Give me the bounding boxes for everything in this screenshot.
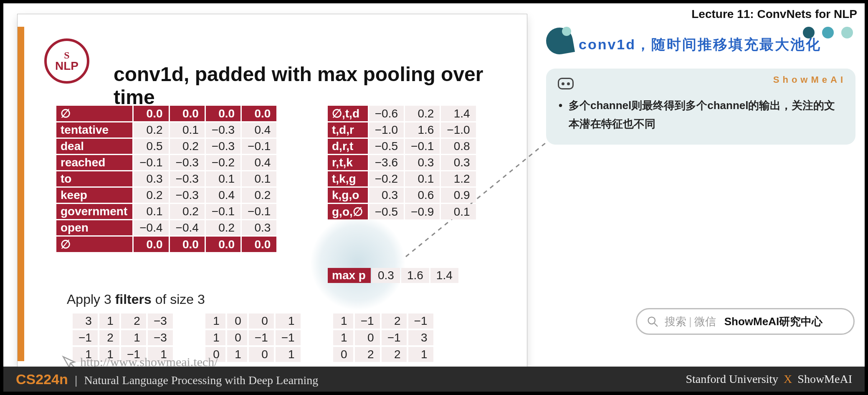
- cell: 0.6: [405, 188, 440, 203]
- notes-title: conv1d，随时间推移填充最大池化: [579, 35, 821, 54]
- cell: 0.4: [206, 188, 240, 203]
- search-placeholder: 搜索|微信: [665, 314, 716, 329]
- blob-icon: [546, 28, 573, 54]
- lecture-label: Lecture 11: ConvNets for NLP: [691, 8, 857, 21]
- cell: −1: [73, 330, 98, 345]
- cell: 0.3: [242, 220, 276, 235]
- cell: −1: [249, 330, 274, 345]
- note-brand: ShowMeAI: [773, 74, 846, 85]
- footer-bar: CS224n | Natural Language Processing wit…: [3, 367, 865, 392]
- cell: 0.2: [134, 122, 168, 138]
- cell: −1.0: [369, 122, 404, 138]
- row-label: max p: [328, 268, 371, 283]
- cell: 0.3: [372, 268, 400, 283]
- cell: −1.0: [441, 122, 476, 138]
- cell: −0.3: [206, 122, 240, 138]
- cell: 0: [333, 347, 353, 362]
- cell: 1: [205, 313, 225, 329]
- slide-card: S NLP conv1d, padded with max pooling ov…: [18, 14, 527, 374]
- cell: −0.2: [206, 155, 240, 170]
- row-label: r,t,k: [328, 155, 368, 170]
- cell: 1: [205, 330, 225, 345]
- row-label: keep: [56, 188, 132, 203]
- cell: 0.5: [134, 139, 168, 154]
- row-label: k,g,o: [328, 188, 368, 203]
- footer-right: Stanford University X ShowMeAI: [686, 372, 852, 386]
- content-area: Lecture 11: ConvNets for NLP S NLP conv1…: [3, 3, 865, 367]
- cell: −0.1: [405, 139, 440, 154]
- cell: −1: [355, 313, 380, 329]
- max-pool-table: max p0.31.61.4: [326, 267, 460, 284]
- cell: 0.0: [242, 237, 276, 252]
- decorative-dots: [803, 27, 853, 38]
- cell: 0.3: [405, 155, 440, 170]
- search-icon: [646, 315, 659, 328]
- app-frame: Lecture 11: ConvNets for NLP S NLP conv1…: [0, 0, 868, 395]
- cell: 0.2: [206, 220, 240, 235]
- cell: 0.0: [242, 106, 276, 121]
- cell: −0.1: [206, 204, 240, 219]
- cell: 0.9: [441, 188, 476, 203]
- svg-line-2: [655, 324, 658, 327]
- row-label: to: [56, 171, 132, 186]
- row-label: open: [56, 220, 132, 235]
- logo-bottom-text: NLP: [55, 60, 78, 72]
- row-label: ∅: [56, 106, 132, 121]
- cell: 0.1: [134, 204, 168, 219]
- cell: 0.0: [134, 237, 168, 252]
- cell: −0.6: [369, 106, 404, 121]
- cell: 0.0: [206, 237, 240, 252]
- cell: 0.0: [170, 106, 205, 121]
- cell: 1: [99, 313, 119, 329]
- cell: 0.2: [242, 188, 276, 203]
- cell: −0.4: [134, 220, 168, 235]
- cell: 0.8: [441, 139, 476, 154]
- dot-icon: [841, 27, 853, 38]
- cell: 1.6: [401, 268, 429, 283]
- logo-top-text: S: [64, 50, 69, 60]
- cell: 1: [227, 347, 247, 362]
- cell: −1: [276, 330, 301, 345]
- filter-table: 1−12−110−130221: [332, 312, 435, 364]
- row-label: ∅: [56, 237, 132, 252]
- cell: 0: [249, 347, 274, 362]
- cell: 0.2: [134, 188, 168, 203]
- cell: −0.4: [170, 220, 205, 235]
- dot-icon: [803, 27, 815, 38]
- cell: 0.2: [170, 139, 205, 154]
- course-subtitle: Natural Language Processing with Deep Le…: [84, 374, 319, 387]
- cell: 2: [99, 330, 119, 345]
- highlight-halo: [310, 215, 406, 311]
- cell: 1: [333, 330, 353, 345]
- cell: 2: [121, 313, 146, 329]
- cell: −0.5: [369, 139, 404, 154]
- cell: 1: [333, 313, 353, 329]
- cell: −0.5: [369, 204, 404, 219]
- cell: 1.4: [430, 268, 458, 283]
- row-label: reached: [56, 155, 132, 170]
- brand-name: ShowMeAI: [797, 372, 852, 385]
- course-code: CS224n: [16, 371, 68, 387]
- notes-panel: conv1d，随时间推移填充最大池化 ShowMeAI 多个channel则最终…: [546, 23, 855, 145]
- row-label: tentative: [56, 122, 132, 138]
- cell: 1: [408, 347, 433, 362]
- row-label: deal: [56, 139, 132, 154]
- cell: −0.3: [170, 155, 205, 170]
- cell: 0.1: [170, 122, 205, 138]
- cell: −0.3: [170, 188, 205, 203]
- cell: 0.0: [206, 106, 240, 121]
- search-pill[interactable]: 搜索|微信 ShowMeAI研究中心: [636, 308, 855, 335]
- cell: 0.3: [369, 188, 404, 203]
- note-item: 多个channel则最终得到多个channel的输出，关注的文本潜在特征也不同: [558, 96, 844, 133]
- apply-filters-label: Apply 3 filters of size 3: [67, 292, 205, 307]
- cell: 0.2: [170, 204, 205, 219]
- cell: 0.0: [134, 106, 168, 121]
- cell: 1.2: [441, 171, 476, 186]
- note-list: 多个channel则最终得到多个channel的输出，关注的文本潜在特征也不同: [558, 96, 844, 133]
- cell: 0.3: [441, 155, 476, 170]
- cell: −0.1: [242, 139, 276, 154]
- cell: 1.6: [405, 122, 440, 138]
- cell: 0.0: [170, 237, 205, 252]
- cell: −1: [408, 313, 433, 329]
- row-label: d,r,t: [328, 139, 368, 154]
